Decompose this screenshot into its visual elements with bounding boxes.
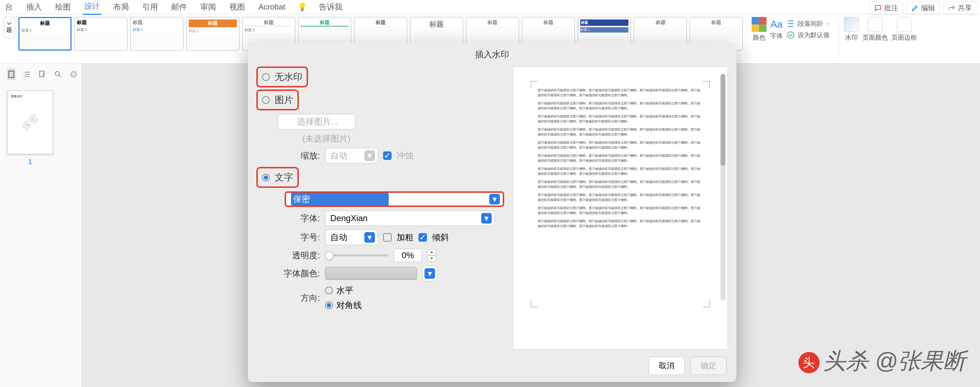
group-formatting: 颜色 Aa字体 段落间距 设为默认值 (746, 17, 835, 59)
bold-label: 加粗 (396, 232, 414, 243)
tab-insert[interactable]: 插入 (25, 0, 43, 14)
cancel-button[interactable]: 取消 (649, 357, 685, 375)
washout-label: 冲蚀 (396, 150, 414, 161)
tell-me[interactable]: 告诉我 (318, 0, 344, 14)
style-card-1[interactable]: 标题标题 1 (18, 17, 72, 51)
chevron-down-icon (826, 22, 830, 25)
search-icon (54, 70, 62, 79)
size-select[interactable]: 自动▾ (325, 230, 378, 245)
tab-review[interactable]: 审阅 (199, 0, 217, 14)
colors-button[interactable]: 颜色 (752, 17, 767, 42)
select-picture-button: 选择图片... (278, 114, 504, 130)
svg-rect-1 (9, 71, 14, 78)
color-label: 字体颜色: (278, 268, 320, 279)
tab-draw[interactable]: 绘图 (54, 0, 72, 14)
opacity-slider[interactable] (325, 254, 389, 257)
comment-icon (874, 4, 882, 12)
thumb-watermark: 保密 (19, 111, 41, 133)
svg-point-3 (55, 71, 59, 76)
size-label: 字号: (278, 232, 320, 243)
comments-button[interactable]: 批注 (870, 2, 903, 14)
style-card-3[interactable]: 标题标题 1 (130, 17, 183, 51)
thumbnails-tab[interactable] (7, 69, 16, 80)
font-select[interactable]: DengXian▾ (325, 211, 495, 226)
watermark-preview: 那只敏捷的棕毛狐狸跃过那只懒狗。那只敏捷的棕毛狐狸跃过那只懒狗。那只敏捷的棕毛狐… (513, 67, 728, 349)
check-icon (786, 31, 795, 39)
style-card-4[interactable]: 标题标题 1 (186, 17, 239, 51)
bulb-icon: 💡 (298, 3, 307, 12)
washout-checkbox: ✓ (383, 151, 391, 160)
edit-button[interactable]: 编辑 (906, 2, 940, 14)
outline-tab[interactable] (23, 69, 31, 80)
share-button[interactable]: 共享 (943, 2, 977, 14)
tab-view[interactable]: 视图 (228, 0, 247, 14)
page-number-label: 1 (6, 158, 54, 166)
italic-checkbox[interactable]: ✓ (418, 233, 427, 242)
font-color-swatch[interactable] (325, 267, 417, 280)
scale-label: 缩放: (278, 150, 320, 161)
watermark-text-select[interactable]: 保密▾ (285, 191, 504, 207)
close-nav-button[interactable] (69, 69, 78, 80)
page-icon (7, 70, 16, 79)
edit-nav-tab[interactable] (38, 69, 47, 80)
radio-picture-watermark[interactable]: 图片 (256, 89, 299, 110)
group-page-background: 水印 页面颜色 页面边框 (839, 17, 922, 59)
fonts-button[interactable]: Aa字体 (770, 19, 783, 40)
svg-rect-2 (40, 71, 44, 77)
themes-dropdown[interactable]: 题 (3, 17, 15, 38)
page-color-button[interactable]: 页面颜色 (862, 17, 888, 42)
insert-watermark-dialog: 插入水印 无水印 图片 选择图片... (未选择图片) 缩放: 自动▾ ✓ 冲蚀… (248, 43, 737, 382)
italic-label: 倾斜 (432, 232, 449, 243)
font-label: 字体: (278, 213, 320, 224)
tab-acrobat[interactable]: Acrobat (257, 0, 287, 14)
tab-references[interactable]: 引用 (141, 0, 159, 14)
opacity-stepper[interactable]: ▴▾ (427, 249, 436, 262)
radio-text-watermark[interactable]: 文字 (256, 167, 299, 188)
close-icon (69, 70, 78, 79)
pencil-page-icon (38, 70, 47, 79)
svg-point-0 (788, 32, 794, 38)
opacity-value[interactable]: 0% (394, 249, 422, 262)
share-icon (948, 4, 956, 12)
search-tab[interactable] (54, 69, 62, 80)
direction-label: 方向: (278, 292, 320, 303)
list-icon (23, 70, 31, 79)
tab-mailings[interactable]: 邮件 (170, 0, 188, 14)
dialog-title: 插入水印 (248, 43, 737, 67)
themes-label: 题 (6, 27, 12, 34)
spacing-icon (786, 19, 795, 28)
tab-home[interactable]: 台 (3, 0, 14, 14)
style-card-2[interactable]: 标题标题 1 (74, 17, 127, 51)
scale-select: 自动▾ (325, 148, 378, 163)
tab-design[interactable]: 设计 (83, 0, 101, 15)
tab-layout[interactable]: 布局 (112, 0, 130, 14)
preview-scrollbar[interactable] (721, 74, 725, 300)
set-default-button[interactable]: 设为默认值 (786, 31, 830, 39)
bold-checkbox[interactable] (383, 233, 391, 242)
page-thumbnail-1[interactable]: 某某水印 保密 (7, 90, 53, 154)
navigation-pane: 某某水印 保密 1 (0, 63, 81, 387)
watermark-button[interactable]: 水印 (844, 17, 859, 42)
ok-button[interactable]: 确定 (690, 357, 727, 375)
direction-diagonal[interactable]: 对角线 (325, 300, 362, 311)
pencil-icon (911, 4, 919, 12)
direction-horizontal[interactable]: 水平 (325, 285, 362, 296)
radio-no-watermark[interactable]: 无水印 (256, 67, 308, 87)
font-color-dropdown[interactable]: ▾ (422, 266, 438, 281)
ribbon-tabs: 台 插入 绘图 设计 布局 引用 邮件 审阅 视图 Acrobat 💡 告诉我 … (0, 0, 980, 14)
picture-status: (未选择图片) (278, 133, 504, 144)
chevron-down-icon (6, 22, 12, 25)
paragraph-spacing-button[interactable]: 段落间距 (786, 19, 830, 28)
preview-text: 那只敏捷的棕毛狐狸跃过那只懒狗。那只敏捷的棕毛狐狸跃过那只懒狗。那只敏捷的棕毛狐… (538, 88, 703, 228)
opacity-label: 透明度: (278, 250, 320, 261)
page-border-button[interactable]: 页面边框 (891, 17, 917, 42)
